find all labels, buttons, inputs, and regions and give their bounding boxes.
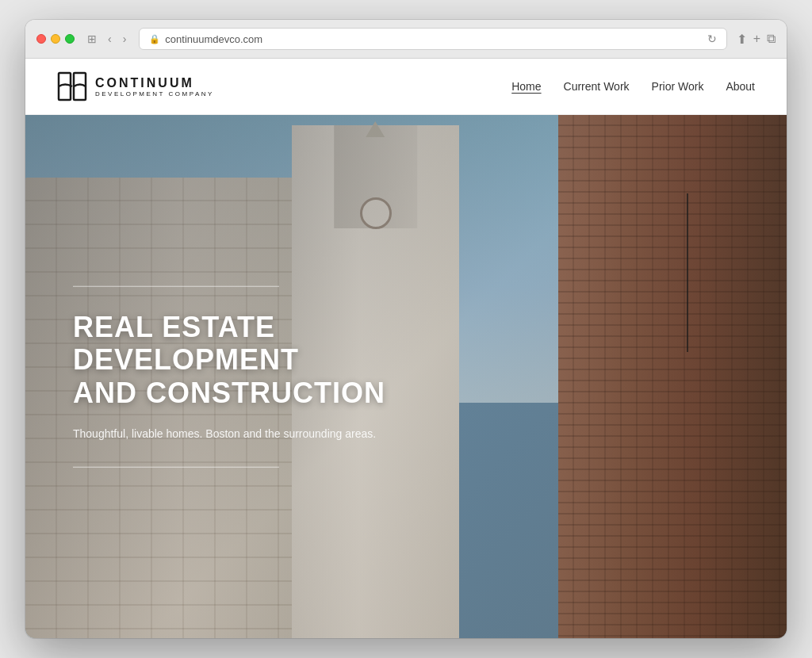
nav-home[interactable]: Home (511, 80, 541, 93)
hero-title-line2: DEVELOPMENT (73, 343, 299, 376)
reload-icon: ↻ (707, 33, 717, 45)
address-bar[interactable]: 🔒 continuumdevco.com ↻ (139, 28, 726, 50)
new-tab-button[interactable]: + (753, 32, 760, 47)
hero-subtitle: Thoughtful, livable homes. Boston and th… (73, 425, 385, 442)
hero-title: REAL ESTATE DEVELOPMENT AND CONSTRUCTION (73, 311, 385, 409)
logo-text: CONTINUUM DEVELOPMENT COMPANY (95, 76, 214, 98)
hero-content: REAL ESTATE DEVELOPMENT AND CONSTRUCTION… (73, 286, 385, 468)
logo-subtitle: DEVELOPMENT COMPANY (95, 90, 214, 98)
hero-divider-top (73, 286, 279, 287)
lock-icon: 🔒 (149, 34, 160, 44)
site-navbar: CONTINUUM DEVELOPMENT COMPANY Home Curre… (25, 59, 787, 115)
hero-title-line1: REAL ESTATE (73, 311, 275, 343)
hero-section: REAL ESTATE DEVELOPMENT AND CONSTRUCTION… (25, 115, 787, 638)
url-text: continuumdevco.com (165, 33, 262, 45)
nav-prior-work[interactable]: Prior Work (652, 80, 704, 93)
hero-divider-bottom (73, 466, 279, 467)
back-button[interactable]: ⊞ (84, 31, 100, 47)
hero-title-line3: AND CONSTRUCTION (73, 377, 385, 409)
tabs-button[interactable]: ⧉ (767, 32, 776, 47)
logo-area: CONTINUUM DEVELOPMENT COMPANY (57, 71, 214, 101)
logo-name: CONTINUUM (95, 76, 214, 90)
website: CONTINUUM DEVELOPMENT COMPANY Home Curre… (25, 59, 787, 638)
browser-nav-buttons: ⊞ ‹ › (84, 31, 129, 47)
browser-window: ⊞ ‹ › 🔒 continuumdevco.com ↻ ⬆ + ⧉ (25, 20, 787, 638)
history-forward-button[interactable]: › (120, 31, 130, 47)
site-nav: Home Current Work Prior Work About (511, 80, 755, 93)
traffic-lights (36, 34, 75, 44)
close-button[interactable] (36, 34, 46, 44)
browser-actions: ⬆ + ⧉ (737, 32, 776, 47)
browser-chrome: ⊞ ‹ › 🔒 continuumdevco.com ↻ ⬆ + ⧉ (25, 20, 787, 59)
logo-icon (57, 71, 87, 101)
nav-about[interactable]: About (726, 80, 755, 93)
minimize-button[interactable] (51, 34, 60, 44)
maximize-button[interactable] (65, 34, 75, 44)
history-back-button[interactable]: ‹ (105, 31, 115, 47)
share-button[interactable]: ⬆ (737, 32, 747, 47)
nav-current-work[interactable]: Current Work (564, 80, 630, 93)
